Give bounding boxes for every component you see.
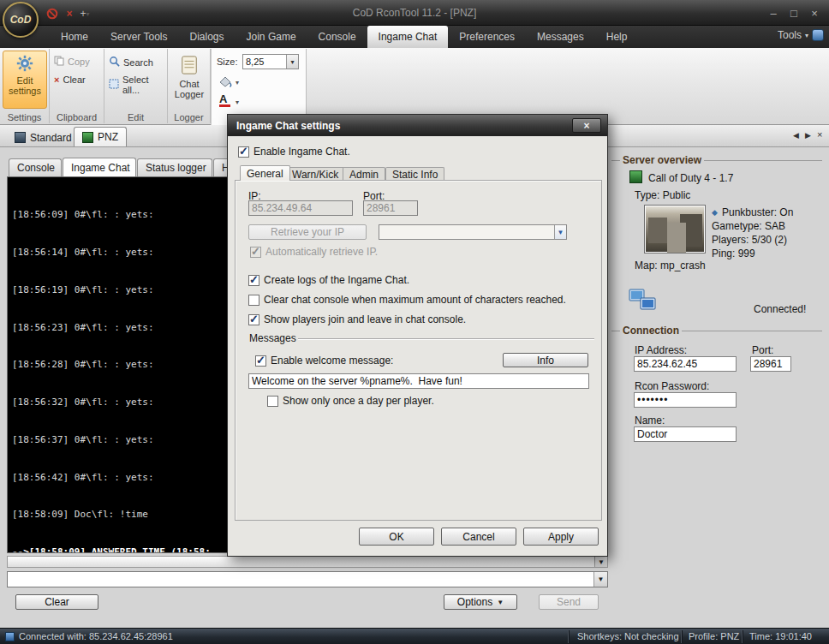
create-logs-checkbox[interactable]: Create logs of the Ingame Chat. (248, 274, 409, 286)
bullet-diamond-icon: ◆ (712, 208, 718, 217)
console-horizontal-scrollbar[interactable]: ▼ (7, 556, 608, 568)
map-name: Map: mp_crash (635, 259, 706, 271)
options-button[interactable]: Options ▼ (444, 594, 517, 610)
enable-welcome-checkbox[interactable]: Enable welcome message: (255, 355, 393, 367)
retrieve-ip-button[interactable]: Retrieve your IP (248, 224, 367, 240)
edit-settings-button[interactable]: Edit settings (3, 51, 47, 109)
tools-menu[interactable]: Tools ▾ (778, 29, 824, 41)
send-button[interactable]: Send (539, 594, 599, 610)
font-color-icon[interactable]: A (219, 94, 230, 107)
show-once-label: Show only once a day per player. (283, 395, 434, 407)
menu-tab-console[interactable]: Console (307, 26, 367, 48)
menu-tab-help[interactable]: Help (595, 26, 639, 48)
map-road (667, 223, 686, 253)
chat-history-dropdown-icon[interactable]: ▼ (593, 572, 607, 587)
subtab-ingame-chat[interactable]: Ingame Chat (63, 158, 136, 176)
dialog-tab-warn-kick[interactable]: Warn/Kick (285, 167, 345, 181)
scrollbar-track[interactable] (8, 557, 594, 567)
chevron-down-icon[interactable]: ▾ (286, 55, 298, 69)
ip-address-field[interactable] (634, 356, 737, 372)
scroll-down-icon[interactable]: ▼ (594, 557, 607, 567)
show-players-checkbox[interactable]: Show players join and leave in chat cons… (248, 313, 466, 325)
subtab-status-logger[interactable]: Status logger (137, 158, 212, 176)
info-label: Info (537, 355, 554, 367)
dialog-tab-static-info[interactable]: Static Info (385, 167, 444, 181)
minimize-button[interactable]: – (765, 5, 782, 21)
subtab-console[interactable]: Console (9, 158, 62, 176)
group-label-settings: Settings (0, 112, 49, 122)
menu-tab-ingame-chat[interactable]: Ingame Chat (367, 26, 449, 48)
apply-button[interactable]: Apply (523, 528, 599, 546)
clear-chat-console-checkbox[interactable]: Clear chat console when maximum amount o… (248, 294, 566, 306)
ribbon-group-clipboard: Copy × Clear Clipboard (50, 49, 104, 123)
name-field[interactable] (634, 426, 737, 442)
server-select-combo[interactable]: ▼ (379, 224, 567, 240)
copy-icon (54, 56, 64, 68)
info-button[interactable]: Info (503, 353, 588, 367)
server-type: Type: Public (635, 189, 690, 201)
dialog-tab-general[interactable]: General (240, 165, 290, 181)
search-button[interactable]: Search (109, 56, 153, 69)
clear-console-button[interactable]: Clear (15, 594, 98, 610)
port-field[interactable] (750, 356, 791, 372)
clear-clipboard-button[interactable]: × Clear (54, 75, 86, 85)
server-overview-title: Server overview (620, 154, 704, 166)
tab-scroll-left-icon[interactable]: ◀ (793, 131, 799, 140)
chat-message-input[interactable] (8, 572, 593, 587)
chat-logger-button[interactable]: Chat Logger (170, 51, 208, 109)
statusbar-divider (681, 630, 682, 643)
dialog-close-button[interactable]: × (572, 118, 601, 133)
tab-warn-kick-label: Warn/Kick (292, 169, 338, 181)
fill-color-dropdown[interactable]: ▾ (236, 79, 239, 86)
menu-tab-join-game[interactable]: Join Game (236, 26, 307, 48)
chevron-down-icon[interactable]: ▼ (554, 225, 566, 239)
messages-group-line (298, 338, 594, 339)
subtab-ingame-chat-label: Ingame Chat (71, 162, 130, 174)
tab-pnz-label: PNZ (98, 131, 118, 143)
chat-message-combo[interactable]: ▼ (7, 571, 608, 587)
clear-x-icon: × (54, 75, 59, 85)
menu-tab-messages[interactable]: Messages (526, 26, 595, 48)
dialog-tab-admin[interactable]: Admin (343, 167, 385, 181)
fill-color-icon[interactable] (218, 75, 232, 91)
show-once-checkbox[interactable]: Show only once a day per player. (267, 395, 434, 407)
tools-label: Tools (778, 29, 802, 41)
dialog-port-field[interactable] (363, 200, 418, 216)
tab-scroll-right-icon[interactable]: ▶ (805, 131, 811, 140)
edit-settings-label: Edit settings (3, 75, 46, 96)
tab-pnz[interactable]: PNZ (74, 127, 127, 146)
tab-close-icon[interactable]: × (817, 129, 822, 140)
punkbuster-status: Punkbuster: On (722, 206, 793, 218)
apply-label: Apply (548, 531, 574, 543)
dialog-title: Ingame Chat settings (236, 120, 340, 132)
group-label-clipboard: Clipboard (50, 112, 104, 122)
menu-tab-preferences[interactable]: Preferences (448, 26, 526, 48)
font-size-combo[interactable]: 8,25 ▾ (242, 54, 299, 69)
copy-button[interactable]: Copy (54, 56, 90, 68)
statusbar-time: Time: 19:01:40 (749, 631, 812, 641)
dialog-ip-field[interactable] (248, 200, 353, 216)
subtab-status-logger-label: Status logger (146, 162, 206, 174)
menu-tab-dialogs[interactable]: Dialogs (179, 26, 236, 48)
pnz-profile-icon (82, 132, 93, 143)
connection-title: Connection (620, 325, 682, 337)
players-count: Players: 5/30 (2) (712, 234, 787, 246)
group-label-logger: Logger (168, 112, 210, 122)
cancel-button[interactable]: Cancel (441, 528, 516, 546)
menu-tab-server-tools[interactable]: Server Tools (99, 26, 178, 48)
select-all-button[interactable]: Select all... (109, 75, 167, 95)
maximize-button[interactable]: □ (785, 5, 802, 21)
send-label: Send (557, 596, 581, 608)
font-color-dropdown[interactable]: ▾ (236, 98, 239, 106)
menu-tab-home[interactable]: Home (50, 26, 99, 48)
tab-standard[interactable]: Standard (7, 128, 80, 147)
welcome-message-field[interactable] (248, 373, 589, 389)
cod4-game-icon (629, 170, 642, 186)
auto-retrieve-ip-checkbox[interactable]: Automatically retrieve IP. (250, 246, 378, 258)
enable-ingame-chat-checkbox[interactable]: Enable Ingame Chat. (238, 146, 350, 158)
size-label: Size: (217, 57, 237, 67)
standard-profile-icon (15, 132, 26, 143)
rcon-password-field[interactable] (634, 392, 737, 408)
close-button[interactable]: × (806, 5, 823, 21)
ok-button[interactable]: OK (359, 528, 434, 546)
